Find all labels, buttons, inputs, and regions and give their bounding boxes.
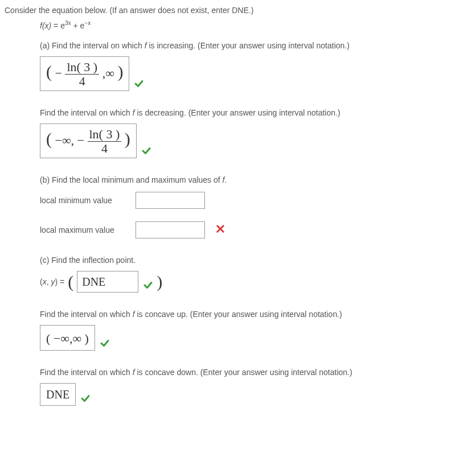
open-paren: ( (68, 273, 73, 290)
local-min-label: local minimum value (40, 195, 131, 207)
decreasing-answer[interactable]: ( −∞, − ln( 3 ) 4 ) (40, 124, 137, 158)
dec-pre: −∞, − (55, 133, 85, 147)
fx-eq: = (51, 21, 60, 30)
cross-icon (215, 224, 225, 234)
fx-lhs: f(x) (40, 21, 51, 30)
local-max-label: local maximum value (40, 224, 131, 236)
decreasing-prompt: Find the interval on which f is decreasi… (40, 107, 471, 119)
fx-exp1: 3x (65, 20, 71, 26)
local-min-input[interactable] (136, 192, 205, 209)
close-paren: ) (157, 273, 162, 290)
check-icon (100, 338, 110, 348)
concave-down-prompt: Find the interval on which f is concave … (40, 367, 471, 379)
frac-den: 4 (65, 75, 99, 88)
check-icon (134, 79, 144, 89)
concave-up-answer[interactable]: ( −∞,∞ ) (40, 325, 95, 351)
inflection-input[interactable]: DNE (77, 271, 138, 293)
part-a-prompt: (a) Find the interval on which f is incr… (40, 40, 471, 52)
frac-num: ln( 3 ) (88, 127, 122, 142)
local-max-input[interactable] (136, 221, 205, 238)
frac-num: ln( 3 ) (65, 60, 99, 75)
part-b-prompt: (b) Find the local minimum and maximum v… (40, 174, 471, 186)
concave-up-prompt: Find the interval on which f is concave … (40, 308, 471, 320)
fx-plus: + (71, 21, 80, 30)
xy-lhs: (x, y) = (40, 276, 64, 288)
check-icon (143, 280, 153, 290)
check-icon (141, 146, 151, 156)
part-c-prompt: (c) Find the inflection point. (40, 254, 471, 266)
fx-exp2: −x (84, 20, 91, 26)
after-frac: ,∞ (102, 65, 114, 80)
neg-sign: − (55, 65, 62, 80)
concave-down-answer[interactable]: DNE (40, 383, 76, 406)
function-definition: f(x) = e3x + e−x (40, 19, 471, 32)
frac-den: 4 (88, 142, 122, 155)
fx-e1: e (60, 21, 65, 30)
check-icon (80, 393, 91, 404)
increasing-answer[interactable]: ( − ln( 3 ) 4 ,∞ ) (40, 56, 129, 91)
intro-text: Consider the equation below. (If an answ… (5, 5, 471, 17)
